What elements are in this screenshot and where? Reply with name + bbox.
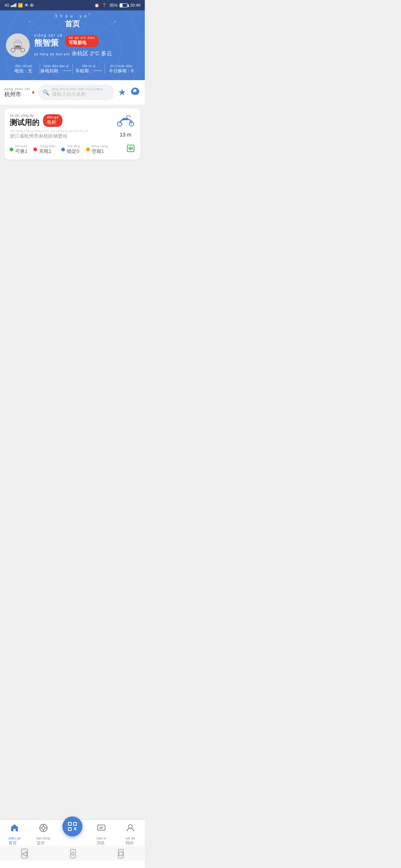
avatar[interactable] (6, 33, 30, 57)
available-dot (10, 148, 13, 151)
svg-rect-29 (15, 46, 20, 47)
svg-point-17 (15, 40, 20, 43)
station-type-badge: diàn guì 电柜 (43, 114, 62, 127)
svg-point-23 (19, 44, 20, 45)
signal-text: 4G (4, 3, 9, 7)
status-available: kě huàn 可换1 (10, 144, 27, 155)
station-right: 13 m (116, 114, 135, 138)
status-left: 4G 📶 👁 ✠ (4, 3, 33, 8)
avatar-image (9, 36, 27, 55)
empty-label: 空箱1 (92, 148, 104, 154)
station-header: cè shì yòng de 测试用的 diàn guì 电柜 zhè jiān… (10, 114, 135, 139)
battery-icon (120, 3, 128, 7)
eye-icon: 👁 (25, 3, 29, 7)
station-type-text: 电柜 (47, 119, 56, 125)
user-name-pinyin: xióng zhì cè (34, 33, 63, 37)
charging-label: 充电1 (39, 148, 51, 154)
locked-dot (61, 148, 65, 151)
weather-pinyin: yú háng qū duō yún (34, 52, 70, 56)
status-bar: 4G 📶 👁 ✠ ⏰ 📍 35% 20:49 (0, 0, 145, 10)
svg-point-28 (22, 50, 23, 51)
station-address-text: 浙江省杭州市余杭区纳贤街 (10, 133, 68, 139)
station-distance: 13 m (120, 132, 131, 138)
city-selector[interactable]: háng zhōu shì 杭州市 ▾ (4, 87, 35, 98)
location-icon: 📍 (102, 3, 107, 8)
user-name-text: 熊智策 (34, 38, 59, 47)
station-type-pinyin: diàn guì (47, 115, 59, 119)
stat-swap-expire: huàn diàn dào qī 换电到期：一一 (40, 64, 72, 74)
station-address-pinyin: zhè jiāng shěng háng zhōu shì yú háng qū… (10, 129, 116, 133)
user-name-row: xióng zhì cè 熊智策 kě qǔ xīn diàn 可取新电 (34, 33, 139, 49)
status-empty: kōng xiāng 空箱1 (86, 144, 108, 155)
header: shǒu yè 首页 (0, 10, 145, 80)
battery-percent: 35% (109, 3, 117, 7)
page-title-text: 首页 (65, 20, 80, 28)
weather-text: 余杭区 2°C 多云 (72, 50, 112, 56)
search-area: háng zhōu shì 杭州市 ▾ 🔍 qǐng shū rù zhàn d… (0, 80, 145, 105)
battery-badge[interactable]: kě qǔ xīn diàn 可取新电 (65, 35, 99, 47)
stat-today-swap: jīn rì huàn diàn 今日换电：6 (105, 64, 137, 74)
main-content-area (0, 163, 145, 349)
user-row: xióng zhì cè 熊智策 kě qǔ xīn diàn 可取新电 yú … (6, 33, 139, 57)
stats-bar: diàn chí wú 电池：无 huàn diàn dào qī 换电到期：一… (6, 61, 139, 74)
city-pinyin: háng zhōu shì (4, 87, 30, 91)
battery-badge-text: 可取新电 (69, 40, 87, 45)
chevron-down-icon: ▾ (32, 89, 35, 95)
search-box[interactable]: 🔍 qǐng shū rù zhàn diǎn míng chēng 请输入站点… (38, 85, 114, 100)
station-left: cè shì yòng de 测试用的 diàn guì 电柜 zhè jiān… (10, 114, 116, 139)
status-right: ⏰ 📍 35% 20:49 (94, 3, 140, 8)
city-name: 杭州市 (4, 91, 30, 98)
available-label: 可换1 (15, 148, 27, 154)
signal-bars (11, 3, 16, 7)
status-charging: chōng diàn 充电1 (33, 144, 55, 155)
charging-dot (33, 148, 37, 151)
empty-dot (86, 148, 90, 151)
locked-label: 锁定0 (67, 148, 79, 154)
station-address: zhè jiāng shěng háng zhōu shì yú háng qū… (10, 129, 116, 139)
page-title: shǒu yè 首页 (6, 14, 139, 29)
wifi-icon: 📶 (18, 3, 23, 8)
user-info: xióng zhì cè 熊智策 kě qǔ xīn diàn 可取新电 yú … (34, 33, 139, 57)
station-card[interactable]: cè shì yòng de 测试用的 diàn guì 电柜 zhè jiān… (4, 108, 140, 160)
map-icon[interactable] (130, 87, 140, 98)
favorites-icon[interactable]: ★ (118, 87, 126, 98)
battery-badge-pinyin: kě qǔ xīn diàn (69, 36, 95, 40)
stat-battery: diàn chí wú 电池：无 (7, 64, 40, 74)
alarm-icon: ⏰ (94, 3, 100, 8)
scooter-icon (116, 114, 135, 130)
station-name-pinyin: cè shì yòng de (10, 114, 39, 118)
usb-icon: ✠ (30, 3, 33, 8)
search-icon: 🔍 (43, 89, 49, 95)
search-placeholder: qǐng shū rù zhàn diǎn míng chēng 请输入站点名称 (52, 87, 103, 98)
time-display: 20:49 (130, 3, 140, 7)
stat-rental: chē zū qī 车租期：一一 (73, 64, 105, 74)
weather-row: yú háng qū duō yún 余杭区 2°C 多云 (34, 50, 139, 57)
page-title-pinyin: shǒu yè (6, 14, 139, 18)
station-title-row: cè shì yòng de 测试用的 diàn guì 电柜 (10, 114, 116, 128)
svg-point-27 (13, 50, 14, 51)
station-status-row: kě huàn 可换1 chōng diàn 充电1 suǒ dìng 锁定0 … (10, 144, 135, 155)
station-name: 测试用的 (10, 118, 39, 126)
charge-box-icon (126, 144, 135, 155)
status-locked: suǒ dìng 锁定0 (61, 144, 80, 155)
svg-point-22 (16, 44, 16, 45)
